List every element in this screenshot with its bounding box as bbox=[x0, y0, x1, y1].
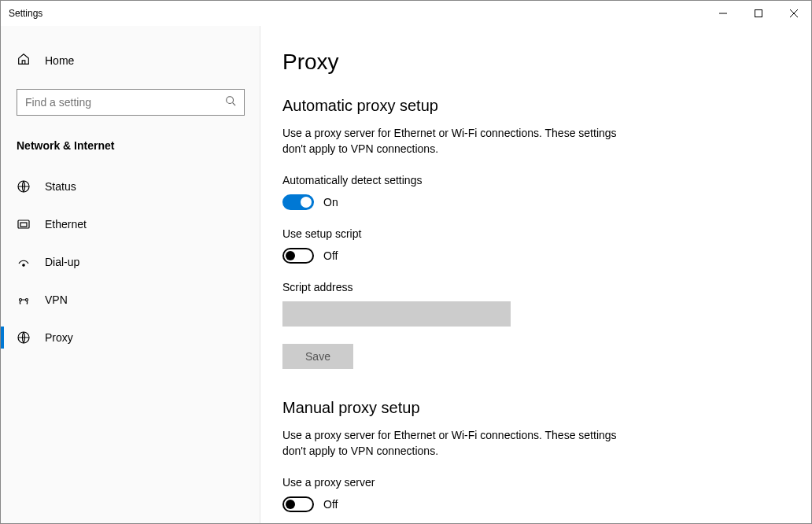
detect-toggle[interactable] bbox=[282, 194, 314, 210]
vpn-icon bbox=[17, 293, 31, 307]
auto-desc: Use a proxy server for Ethernet or Wi-Fi… bbox=[282, 126, 621, 157]
search-icon bbox=[225, 95, 236, 109]
use-proxy-toggle[interactable] bbox=[282, 496, 314, 512]
use-proxy-label: Use a proxy server bbox=[282, 476, 811, 489]
script-label: Use setup script bbox=[282, 227, 811, 240]
script-address-input[interactable] bbox=[282, 301, 511, 327]
sidebar-item-label: Dial-up bbox=[45, 256, 79, 268]
sidebar-item-label: Status bbox=[45, 180, 76, 193]
globe-icon bbox=[17, 179, 31, 194]
sidebar: Home Network & Internet Status Ether bbox=[1, 26, 260, 523]
svg-point-4 bbox=[227, 97, 234, 104]
ethernet-icon bbox=[17, 217, 31, 231]
manual-heading: Manual proxy setup bbox=[282, 399, 811, 417]
address-label: Script address bbox=[282, 281, 811, 293]
svg-point-10 bbox=[20, 299, 22, 301]
manual-desc: Use a proxy server for Ethernet or Wi-Fi… bbox=[282, 428, 621, 459]
home-link[interactable]: Home bbox=[1, 46, 260, 75]
proxy-icon bbox=[17, 330, 31, 345]
search-input[interactable] bbox=[17, 89, 245, 116]
maximize-button[interactable] bbox=[740, 1, 776, 26]
sidebar-item-dialup[interactable]: Dial-up bbox=[1, 243, 260, 281]
script-state: Off bbox=[323, 249, 338, 262]
titlebar: Settings bbox=[1, 1, 811, 26]
dialup-icon bbox=[17, 255, 31, 269]
svg-point-9 bbox=[23, 264, 24, 266]
home-icon bbox=[17, 52, 31, 68]
detect-label: Automatically detect settings bbox=[282, 174, 811, 186]
sidebar-item-label: Proxy bbox=[45, 331, 73, 344]
svg-point-11 bbox=[26, 299, 28, 301]
sidebar-section-label: Network & Internet bbox=[1, 131, 260, 168]
svg-rect-8 bbox=[20, 223, 27, 227]
svg-line-5 bbox=[233, 103, 236, 106]
sidebar-item-label: Ethernet bbox=[45, 218, 87, 231]
sidebar-item-vpn[interactable]: VPN bbox=[1, 281, 260, 319]
auto-heading: Automatic proxy setup bbox=[282, 97, 811, 115]
minimize-button[interactable] bbox=[705, 1, 740, 26]
sidebar-item-label: VPN bbox=[45, 293, 68, 306]
sidebar-item-ethernet[interactable]: Ethernet bbox=[1, 205, 260, 243]
script-toggle[interactable] bbox=[282, 248, 314, 264]
svg-rect-1 bbox=[755, 10, 762, 17]
search-field[interactable] bbox=[25, 96, 225, 109]
use-proxy-state: Off bbox=[323, 498, 338, 511]
sidebar-item-proxy[interactable]: Proxy bbox=[1, 319, 260, 356]
sidebar-item-status[interactable]: Status bbox=[1, 168, 260, 205]
window-title: Settings bbox=[9, 8, 705, 19]
home-label: Home bbox=[45, 54, 74, 67]
main-content: Proxy Automatic proxy setup Use a proxy … bbox=[260, 26, 811, 523]
close-button[interactable] bbox=[776, 1, 811, 26]
page-title: Proxy bbox=[282, 50, 811, 75]
save-button[interactable]: Save bbox=[282, 344, 353, 369]
detect-state: On bbox=[323, 196, 338, 208]
